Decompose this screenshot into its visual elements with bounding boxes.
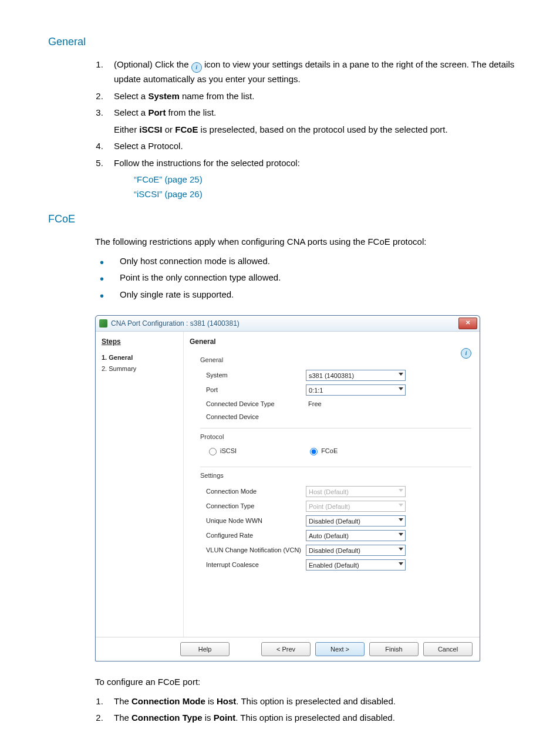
steps-header: Steps	[102, 336, 177, 347]
bold: iSCSI	[139, 124, 162, 134]
label-connection-mode: Connection Mode	[206, 487, 306, 497]
step-2: Select a System name from the list.	[106, 90, 519, 103]
dialog-title: CNA Port Configuration : s381 (1400381)	[111, 318, 239, 329]
list-item: The Connection Mode is Host. This option…	[106, 695, 519, 708]
radio-fcoe[interactable]: FCoE	[307, 446, 338, 456]
label-configured-rate: Configured Rate	[206, 531, 306, 541]
radio-label: iSCSI	[220, 446, 237, 456]
chevron-down-icon	[399, 533, 403, 536]
bold: FCoE	[175, 124, 198, 134]
select-port[interactable]: 0:1:1	[306, 384, 406, 396]
dialog-main: General i General System s381 (1400381) …	[184, 332, 480, 637]
group-settings: Settings	[200, 471, 471, 481]
text: (Optional) Click the	[114, 59, 191, 69]
text: . This option is preselected and disable…	[235, 713, 395, 723]
general-steps-list: (Optional) Click the i icon to view your…	[106, 58, 519, 170]
group-general: General	[200, 355, 471, 365]
fcoe-config-intro: To configure an FCoE port:	[95, 676, 519, 689]
bold: Host	[217, 696, 236, 706]
text: . This option is preselected and disable…	[236, 696, 396, 706]
next-button[interactable]: Next >	[315, 642, 365, 656]
fcoe-config-steps: The Connection Mode is Host. This option…	[106, 695, 519, 725]
value: s381 (1400381)	[309, 372, 354, 379]
divider	[200, 428, 471, 428]
text: Select a	[114, 91, 148, 101]
text: Select a	[114, 107, 148, 117]
value: Enabled (Default)	[309, 562, 359, 569]
chevron-down-icon	[399, 504, 403, 507]
step-1: (Optional) Click the i icon to view your…	[106, 58, 519, 86]
label-connected-device: Connected Device	[206, 412, 306, 422]
group-protocol: Protocol	[200, 432, 471, 442]
protocol-links: “FCoE” (page 25) “iSCSI” (page 26)	[134, 173, 519, 201]
info-icon: i	[191, 62, 202, 73]
radio-iscsi[interactable]: iSCSI	[206, 446, 237, 456]
fcoe-restrictions: Only host connection mode is allowed. Po…	[94, 255, 519, 302]
value: Auto (Default)	[309, 532, 349, 539]
divider	[200, 467, 471, 467]
step-5: Follow the instructions for the selected…	[106, 157, 519, 170]
label-port: Port	[206, 385, 306, 395]
select-system[interactable]: s381 (1400381)	[306, 370, 406, 381]
label-interrupt-coalesce: Interrupt Coalesce	[206, 560, 306, 570]
text: Follow the instructions for the selected…	[114, 158, 300, 168]
link-fcoe[interactable]: “FCoE” (page 25)	[134, 174, 203, 184]
finish-button[interactable]: Finish	[369, 642, 419, 656]
text: The	[114, 713, 131, 723]
text: from the list.	[166, 107, 216, 117]
label-unique-node-wwn: Unique Node WWN	[206, 516, 306, 526]
info-icon[interactable]: i	[461, 348, 471, 359]
value: Host (Default)	[309, 488, 349, 495]
step-general[interactable]: 1. General	[102, 353, 177, 363]
select-unique-node-wwn[interactable]: Disabled (Default)	[306, 515, 406, 526]
label-connection-type: Connection Type	[206, 501, 306, 511]
text: is	[203, 713, 214, 723]
list-item: Only host connection mode is allowed.	[94, 255, 519, 268]
list-item: Only single rate is supported.	[94, 288, 519, 302]
cna-port-config-dialog: CNA Port Configuration : s381 (1400381) …	[95, 315, 480, 661]
value: Disabled (Default)	[309, 518, 360, 525]
dialog-titlebar: CNA Port Configuration : s381 (1400381) …	[96, 316, 480, 332]
dialog-button-bar: Help < Prev Next > Finish Cancel	[96, 637, 480, 661]
select-vcn[interactable]: Disabled (Default)	[306, 545, 406, 556]
select-connection-mode: Host (Default)	[306, 486, 406, 497]
text: The	[114, 696, 131, 706]
text: is preselected, based on the protocol us…	[198, 124, 447, 134]
bold: Point	[214, 713, 236, 723]
fcoe-intro: The following restrictions apply when co…	[95, 235, 519, 249]
chevron-down-icon	[399, 387, 403, 390]
chevron-down-icon	[399, 548, 403, 551]
link-iscsi[interactable]: “iSCSI” (page 26)	[134, 189, 203, 199]
label-connected-device-type: Connected Device Type	[206, 399, 306, 409]
section-heading-fcoe: FCoE	[48, 211, 519, 227]
text: is	[205, 696, 217, 706]
list-item: Point is the only connection type allowe…	[94, 271, 519, 285]
app-icon	[99, 319, 107, 328]
label-system: System	[206, 370, 306, 380]
chevron-down-icon	[399, 562, 403, 565]
select-connection-type: Point (Default)	[306, 501, 406, 512]
cancel-button[interactable]: Cancel	[423, 642, 473, 656]
value: 0:1:1	[309, 387, 323, 394]
close-button[interactable]: ✕	[458, 318, 477, 329]
bold: Port	[148, 107, 166, 117]
section-heading-general: General	[48, 34, 519, 50]
label-vcn: VLUN Change Notification (VCN)	[206, 545, 306, 555]
text: name from the list.	[180, 91, 255, 101]
step-3: Select a Port from the list. Either iSCS…	[106, 106, 519, 136]
value: Point (Default)	[309, 503, 350, 510]
select-configured-rate[interactable]: Auto (Default)	[306, 530, 406, 541]
main-header: General	[190, 336, 471, 347]
step-summary[interactable]: 2. Summary	[102, 364, 177, 374]
list-item: The Connection Type is Point. This optio…	[106, 711, 519, 725]
select-interrupt-coalesce[interactable]: Enabled (Default)	[306, 559, 406, 571]
prev-button[interactable]: < Prev	[261, 642, 311, 656]
chevron-down-icon	[399, 489, 403, 492]
value-connected-device-type: Free	[306, 399, 322, 409]
value: Disabled (Default)	[309, 547, 360, 554]
chevron-down-icon	[399, 518, 403, 521]
step-4: Select a Protocol.	[106, 140, 519, 153]
bold: Connection Mode	[131, 696, 205, 706]
text: or	[163, 124, 176, 134]
help-button[interactable]: Help	[180, 642, 230, 656]
